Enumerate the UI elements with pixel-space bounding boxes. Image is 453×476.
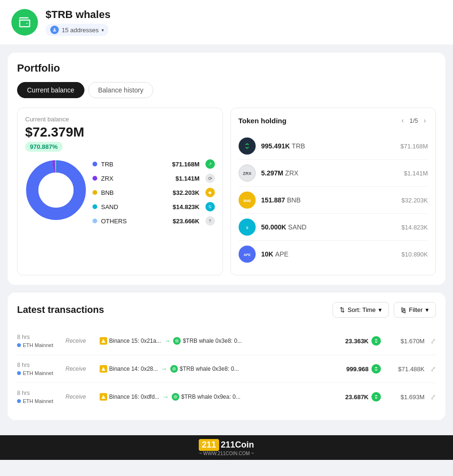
tx-amount-value-2: 999.968 xyxy=(346,366,369,373)
svg-text:S: S xyxy=(246,226,248,229)
balance-change-badge: 970.887% xyxy=(25,142,63,152)
next-page-button[interactable]: › xyxy=(422,116,428,125)
tx-amount-3: 23.687K xyxy=(329,392,381,402)
filter-chevron-icon: ▾ xyxy=(425,306,429,313)
tx-usd-3: $1.693M xyxy=(387,394,425,401)
tx-amount-2: 999.968 xyxy=(329,364,381,374)
trb-amount-icon-2 xyxy=(371,364,381,374)
legend-dot-sand xyxy=(92,204,97,209)
token-item-bnb: BNB 151.887 BNB $32.203K xyxy=(239,187,428,214)
tx-addresses-1: Binance 15: 0x21a... → $TRB whale 0x3e8:… xyxy=(100,337,323,345)
tx-amount-value-3: 23.687K xyxy=(345,394,369,401)
legend-name-sand: SAND xyxy=(101,203,169,211)
trb-amount-icon-1 xyxy=(371,336,381,346)
token-usd-ape: $10.890K xyxy=(401,251,428,258)
token-amount-zrx: 5.297M ZRX xyxy=(261,169,299,177)
tx-from-1: Binance 15: 0x21a... xyxy=(100,337,161,345)
token-info-ape: 10K APE xyxy=(261,250,396,258)
svg-point-0 xyxy=(54,28,55,30)
filter-icon: ⧎ xyxy=(401,306,406,313)
tx-from-text-2: Binance 14: 0x28... xyxy=(109,366,158,372)
external-link-icon-1[interactable]: ⤤ xyxy=(430,337,436,345)
filter-label: Filter xyxy=(409,306,423,313)
tx-network-name-1: ETH Mainnet xyxy=(23,342,53,348)
token-amount-bnb: 151.887 BNB xyxy=(261,196,301,204)
legend-name-trb: TRB xyxy=(101,161,168,168)
donut-chart xyxy=(25,159,87,221)
trb-amount-icon-3 xyxy=(371,392,381,402)
token-logo-trb xyxy=(239,137,256,155)
watermark-sub: ~ WWW.211COIN.COM ~ xyxy=(199,451,254,456)
token-usd-zrx: $1.141M xyxy=(404,170,428,177)
tx-to-text-2: $TRB whale 0x3e8: 0... xyxy=(180,366,239,372)
tx-network-3: ETH Mainnet xyxy=(17,398,60,404)
legend-trb: TRB $71.168M ↗ xyxy=(92,159,215,169)
tx-usd-1: $1.670M xyxy=(387,338,425,345)
network-dot-2 xyxy=(17,371,21,375)
tx-time-network-1: 8 hrs ETH Mainnet xyxy=(17,334,60,348)
filter-button[interactable]: ⧎ Filter ▾ xyxy=(394,302,436,318)
to-icon-1 xyxy=(173,337,181,345)
tab-balance-history[interactable]: Balance history xyxy=(88,82,154,98)
sort-button[interactable]: ⇅ Sort: Time ▾ xyxy=(333,302,389,318)
legend-value-sand: $14.823K xyxy=(173,203,199,211)
transactions-title: Latest transactions xyxy=(17,304,104,315)
svg-point-5 xyxy=(38,173,74,208)
to-icon-3 xyxy=(172,393,179,401)
page-indicator: 1/5 xyxy=(409,117,418,124)
token-logo-zrx: ZRX xyxy=(239,165,256,182)
tx-addresses-3: Binance 16: 0xdfd... → $TRB whale 0x9ea:… xyxy=(100,393,323,401)
from-icon-1 xyxy=(100,337,107,345)
watermark: 211 211Coin ~ WWW.211COIN.COM ~ xyxy=(0,435,453,460)
tx-to-3: $TRB whale 0x9ea: 0... xyxy=(172,393,240,401)
tx-to-1: $TRB whale 0x3e8: 0... xyxy=(173,337,242,345)
tx-arrow-2: → xyxy=(161,365,167,373)
others-icon: ? xyxy=(205,216,215,226)
svg-text:APE: APE xyxy=(243,253,250,256)
sort-chevron-icon: ▾ xyxy=(379,306,382,313)
balance-label: Current balance xyxy=(25,116,215,123)
token-usd-trb: $71.168M xyxy=(400,143,428,150)
svg-marker-17 xyxy=(102,367,105,371)
token-usd-bnb: $32.203K xyxy=(401,197,428,204)
tx-type-1: Receive xyxy=(65,338,94,344)
network-dot-3 xyxy=(17,399,21,403)
tx-network-2: ETH Mainnet xyxy=(17,370,60,376)
token-info-trb: 995.491K TRB xyxy=(261,142,395,150)
addresses-count: 15 addresses xyxy=(62,27,99,34)
token-info-bnb: 151.887 BNB xyxy=(261,196,396,204)
tx-network-name-3: ETH Mainnet xyxy=(23,398,53,404)
tx-to-2: $TRB whale 0x3e8: 0... xyxy=(170,365,239,373)
svg-marker-15 xyxy=(102,339,105,343)
addresses-badge[interactable]: 15 addresses ▾ xyxy=(46,24,109,36)
legend-dot-bnb xyxy=(92,190,97,195)
token-item-zrx: ZRX 5.297M ZRX $1.141M xyxy=(239,160,428,187)
portfolio-card: Portfolio Current balance Balance histor… xyxy=(8,53,445,285)
table-row: 8 hrs ETH Mainnet Receive Binance 14: 0x… xyxy=(17,355,436,383)
token-usd-sand: $14.823K xyxy=(401,224,428,231)
external-link-icon-2[interactable]: ⤤ xyxy=(430,365,436,373)
tx-network-1: ETH Mainnet xyxy=(17,342,60,348)
pagination: ‹ 1/5 › xyxy=(400,116,428,125)
sort-icon: ⇅ xyxy=(340,306,345,313)
external-link-icon-3[interactable]: ⤤ xyxy=(430,393,436,401)
table-row: 8 hrs ETH Mainnet Receive Binance 15: 0x… xyxy=(17,327,436,355)
tx-arrow-1: → xyxy=(164,337,170,345)
tx-from-3: Binance 16: 0xdfd... xyxy=(100,393,159,401)
tx-usd-2: $71.488K xyxy=(387,366,425,373)
watermark-logo: 211 xyxy=(199,439,219,451)
transactions-card: Latest transactions ⇅ Sort: Time ▾ ⧎ Fil… xyxy=(8,293,445,420)
zrx-icon: ⟳ xyxy=(205,174,215,183)
tx-addresses-2: Binance 14: 0x28... → $TRB whale 0x3e8: … xyxy=(100,365,323,373)
svg-point-20 xyxy=(174,395,177,399)
legend-dot-trb xyxy=(92,162,97,166)
legend-value-zrx: $1.141M xyxy=(176,175,200,182)
legend-zrx: ZRX $1.141M ⟳ xyxy=(92,174,215,183)
svg-text:BNB: BNB xyxy=(243,199,250,202)
tx-time-2: 8 hrs xyxy=(17,362,60,368)
to-icon-2 xyxy=(170,365,178,373)
wallet-icon xyxy=(18,16,31,29)
tab-current-balance[interactable]: Current balance xyxy=(17,82,84,98)
prev-page-button[interactable]: ‹ xyxy=(400,116,406,125)
tx-time-network-3: 8 hrs ETH Mainnet xyxy=(17,390,60,404)
